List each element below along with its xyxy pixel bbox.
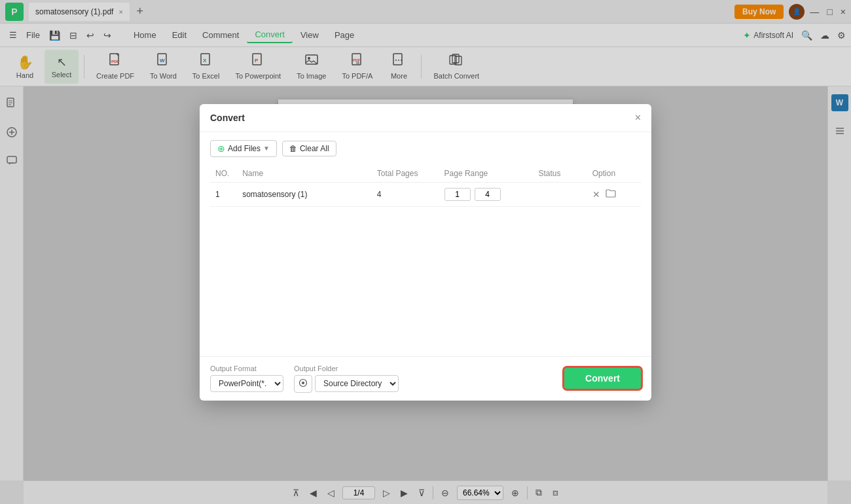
add-files-button[interactable]: ⊕ Add Files ▼ — [210, 140, 277, 157]
folder-browse-button[interactable] — [294, 375, 312, 393]
output-folder-label: Output Folder — [294, 365, 399, 372]
table-header-row: NO. Name Total Pages Page Range Status O… — [210, 165, 641, 183]
table-row: 1 somatosensory (1) 4 — [210, 182, 641, 206]
modal-header: Convert × — [200, 104, 651, 132]
modal-overlay: Convert × ⊕ Add Files ▼ 🗑 Clear All — [0, 0, 851, 504]
plus-icon: ⊕ — [217, 143, 225, 154]
convert-modal: Convert × ⊕ Add Files ▼ 🗑 Clear All — [200, 104, 651, 401]
col-header-no: NO. — [210, 165, 237, 183]
open-folder-button[interactable] — [606, 188, 616, 200]
add-files-label: Add Files — [228, 144, 261, 153]
output-folder-row: Source Directory Custom Folder... — [294, 375, 399, 393]
col-header-page-range: Page Range — [439, 165, 534, 183]
file-table: NO. Name Total Pages Page Range Status O… — [210, 165, 641, 207]
output-format-group: Output Format PowerPoint(*. Word(*.docx)… — [210, 365, 283, 392]
output-format-select[interactable]: PowerPoint(*. Word(*.docx) Excel(*.xlsx)… — [210, 375, 283, 392]
output-folder-select[interactable]: Source Directory Custom Folder... — [315, 375, 399, 392]
modal-footer: Output Format PowerPoint(*. Word(*.docx)… — [200, 356, 651, 401]
col-header-status: Status — [534, 165, 587, 183]
row-filename: somatosensory (1) — [237, 182, 372, 206]
modal-close-button[interactable]: × — [635, 112, 641, 124]
output-folder-group: Output Folder Source Directory Custom Fo… — [294, 365, 399, 393]
col-header-option: Option — [587, 165, 641, 183]
modal-body: ⊕ Add Files ▼ 🗑 Clear All NO. Name Total… — [200, 132, 651, 356]
row-option: ✕ — [587, 182, 641, 206]
row-no: 1 — [210, 182, 237, 206]
row-status — [534, 182, 587, 206]
add-files-dropdown-icon: ▼ — [263, 145, 270, 152]
page-range-end-input[interactable] — [475, 188, 501, 201]
clear-all-label: Clear All — [300, 144, 329, 153]
modal-toolbar: ⊕ Add Files ▼ 🗑 Clear All — [210, 140, 641, 157]
modal-title: Convert — [210, 113, 245, 123]
svg-point-32 — [302, 382, 304, 384]
col-header-name: Name — [237, 165, 372, 183]
page-range-start-input[interactable] — [444, 188, 471, 201]
row-page-range — [439, 182, 534, 206]
delete-row-button[interactable]: ✕ — [592, 189, 600, 200]
col-header-total-pages: Total Pages — [372, 165, 439, 183]
clear-all-button[interactable]: 🗑 Clear All — [282, 141, 336, 156]
file-table-container: NO. Name Total Pages Page Range Status O… — [210, 165, 641, 348]
page-range-inputs — [444, 188, 528, 201]
row-actions: ✕ — [592, 188, 636, 200]
convert-button[interactable]: Convert — [564, 368, 641, 389]
output-format-label: Output Format — [210, 365, 283, 372]
row-total-pages: 4 — [372, 182, 439, 206]
trash-icon: 🗑 — [289, 144, 297, 153]
